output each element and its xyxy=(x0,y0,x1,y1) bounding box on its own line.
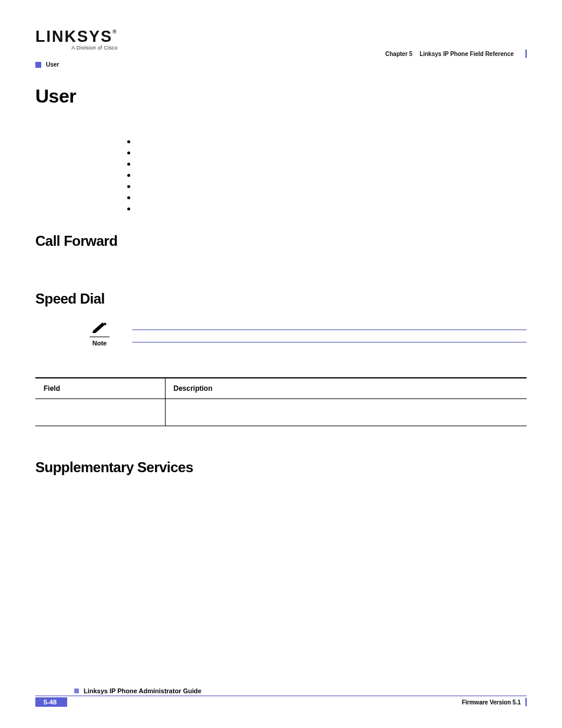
section-call-forward: Call Forward xyxy=(35,233,527,249)
pencil-icon xyxy=(92,321,107,335)
bullet-icon xyxy=(127,140,130,143)
note-lines xyxy=(132,321,527,342)
bullet-icon xyxy=(127,151,130,154)
firmware-row: Firmware Version 5.1 xyxy=(462,698,527,706)
footer-bottom: 5-48 Firmware Version 5.1 xyxy=(35,697,527,707)
note-icon-column: Note xyxy=(81,321,118,347)
note-rule-icon xyxy=(132,330,527,330)
footer-title-row: Linksys IP Phone Administrator Guide xyxy=(35,687,527,696)
table-cell-description xyxy=(165,399,527,426)
footer-marker-icon xyxy=(74,689,79,693)
page-header: LINKSYS® A Division of Cisco Chapter 5 L… xyxy=(35,29,527,58)
chapter-number: Chapter 5 xyxy=(385,51,412,57)
table-header-field: Field xyxy=(35,378,165,399)
page-title: User xyxy=(35,85,527,107)
logo-tagline: A Division of Cisco xyxy=(35,45,118,51)
section-speed-dial: Speed Dial xyxy=(35,291,527,307)
table-header-description: Description xyxy=(165,378,527,399)
header-separator-icon xyxy=(525,50,527,58)
note-label: Note xyxy=(92,340,107,347)
note-underline-icon xyxy=(90,337,110,337)
note-rule-icon xyxy=(132,342,527,342)
breadcrumb: User xyxy=(35,61,527,68)
chapter-header: Chapter 5 Linksys IP Phone Field Referen… xyxy=(385,50,527,58)
bullet-icon xyxy=(127,196,130,199)
breadcrumb-marker-icon xyxy=(35,62,41,68)
page-number-badge: 5-48 xyxy=(35,697,67,707)
bullet-icon xyxy=(127,174,130,177)
document-page: LINKSYS® A Division of Cisco Chapter 5 L… xyxy=(0,0,562,728)
bullet-icon xyxy=(127,185,130,188)
logo-brand: LINKSYS xyxy=(35,28,113,45)
bullet-icon xyxy=(127,207,130,210)
bullet-icon xyxy=(127,163,130,166)
note-block: Note xyxy=(35,321,527,347)
reference-table: Field Description xyxy=(35,377,527,426)
table-cell-field xyxy=(35,399,165,426)
table-header-row: Field Description xyxy=(35,378,527,399)
breadcrumb-text: User xyxy=(46,61,59,68)
firmware-version: Firmware Version 5.1 xyxy=(462,699,521,706)
brand-logo: LINKSYS® A Division of Cisco xyxy=(35,29,118,51)
footer-separator-icon xyxy=(525,698,527,706)
page-footer: Linksys IP Phone Administrator Guide 5-4… xyxy=(35,687,527,707)
section-supplementary-services: Supplementary Services xyxy=(35,459,527,476)
table-row xyxy=(35,399,527,426)
footer-guide-title: Linksys IP Phone Administrator Guide xyxy=(84,687,201,694)
chapter-title: Linksys IP Phone Field Reference xyxy=(419,51,514,57)
logo-reg: ® xyxy=(113,29,118,35)
logo-text: LINKSYS® xyxy=(35,29,118,44)
bullet-list xyxy=(127,140,527,210)
